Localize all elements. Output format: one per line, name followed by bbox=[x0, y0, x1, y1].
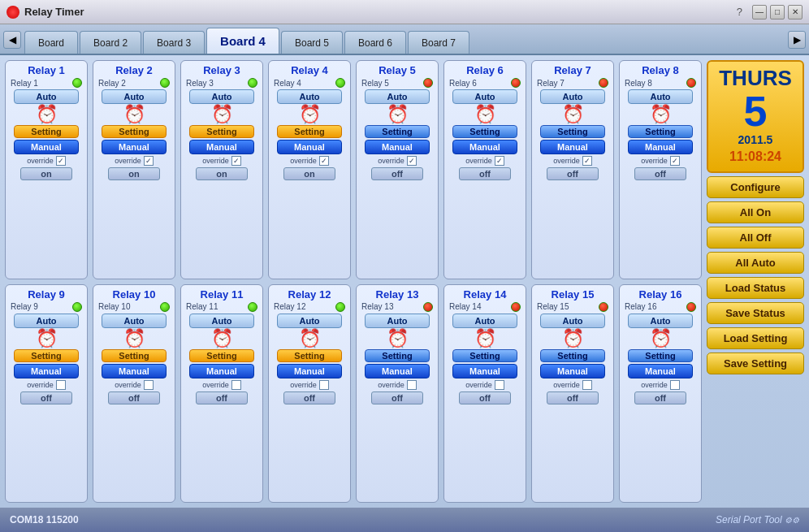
relay-10-label-row: Relay 10 bbox=[97, 302, 171, 312]
relay-10-auto-button[interactable]: Auto bbox=[102, 314, 167, 328]
relay-11-manual-button[interactable]: Manual bbox=[189, 364, 255, 378]
relay-14-auto-button[interactable]: Auto bbox=[452, 314, 518, 328]
relay-9-override-checkbox[interactable] bbox=[56, 380, 66, 390]
relay-5-setting-button[interactable]: Setting bbox=[365, 125, 430, 138]
tab-board-2[interactable]: Board 2 bbox=[80, 31, 141, 54]
relay-7-auto-button[interactable]: Auto bbox=[540, 89, 606, 104]
save-status-button[interactable]: Save Status bbox=[707, 302, 804, 324]
minimize-button[interactable]: — bbox=[752, 5, 767, 19]
relay-2-manual-button[interactable]: Manual bbox=[102, 140, 167, 154]
relay-2-indicator bbox=[160, 78, 170, 88]
relay-9-setting-button[interactable]: Setting bbox=[14, 349, 80, 362]
tab-board-5[interactable]: Board 5 bbox=[281, 31, 343, 54]
tab-board-1[interactable]: Board bbox=[24, 31, 78, 54]
relay-4-state: on bbox=[283, 167, 335, 180]
relay-7-manual-button[interactable]: Manual bbox=[540, 140, 606, 154]
help-button[interactable]: ? bbox=[737, 6, 742, 18]
relay-5-override-checkbox[interactable] bbox=[407, 156, 417, 166]
relay-6-override-checkbox[interactable] bbox=[495, 156, 504, 166]
tab-bar: ◀ BoardBoard 2Board 3Board 4Board 5Board… bbox=[0, 24, 809, 55]
relay-3-override-checkbox[interactable] bbox=[231, 156, 241, 166]
configure-button[interactable]: Configure bbox=[707, 176, 804, 198]
relay-13-auto-button[interactable]: Auto bbox=[365, 314, 430, 328]
relay-9-override-label: override bbox=[27, 381, 54, 389]
relay-12-setting-button[interactable]: Setting bbox=[277, 349, 343, 362]
tab-board-3[interactable]: Board 3 bbox=[143, 31, 205, 54]
relay-4-setting-button[interactable]: Setting bbox=[277, 125, 343, 138]
relay-15-state: off bbox=[547, 391, 599, 404]
relay-10-manual-button[interactable]: Manual bbox=[102, 364, 167, 378]
relay-5-manual-button[interactable]: Manual bbox=[365, 140, 430, 154]
relay-5-auto-button[interactable]: Auto bbox=[365, 89, 430, 104]
tab-prev-button[interactable]: ◀ bbox=[3, 31, 21, 49]
relay-15-title: Relay 15 bbox=[535, 288, 610, 301]
close-button[interactable]: ✕ bbox=[788, 5, 803, 19]
relay-16-auto-button[interactable]: Auto bbox=[628, 314, 694, 328]
relay-8-auto-button[interactable]: Auto bbox=[628, 89, 694, 104]
relay-11-auto-button[interactable]: Auto bbox=[189, 314, 255, 328]
relay-1-manual-button[interactable]: Manual bbox=[14, 140, 80, 154]
all-auto-button[interactable]: All Auto bbox=[707, 252, 804, 274]
relay-8-override-checkbox[interactable] bbox=[670, 156, 680, 166]
relay-4-override-checkbox[interactable] bbox=[319, 156, 329, 166]
load-status-button[interactable]: Load Status bbox=[707, 277, 804, 299]
relay-14-manual-button[interactable]: Manual bbox=[452, 364, 518, 378]
relay-7-setting-button[interactable]: Setting bbox=[540, 125, 606, 138]
tab-board-7[interactable]: Board 7 bbox=[408, 31, 469, 54]
relay-card-10: Relay 10Relay 10Auto⏰SettingManualoverri… bbox=[93, 284, 175, 504]
relay-8-manual-button[interactable]: Manual bbox=[628, 140, 694, 154]
relay-9-auto-button[interactable]: Auto bbox=[14, 314, 80, 328]
relay-1-override-checkbox[interactable] bbox=[56, 156, 66, 166]
relay-6-manual-button[interactable]: Manual bbox=[452, 140, 518, 154]
relay-9-manual-button[interactable]: Manual bbox=[14, 364, 80, 378]
relay-12-override-checkbox[interactable] bbox=[319, 380, 329, 390]
relay-15-auto-button[interactable]: Auto bbox=[540, 314, 606, 328]
all-on-button[interactable]: All On bbox=[707, 201, 804, 223]
relay-5-label-row: Relay 5 bbox=[360, 78, 435, 88]
relay-3-manual-button[interactable]: Manual bbox=[189, 140, 255, 154]
save-setting-button[interactable]: Save Setting bbox=[707, 353, 804, 374]
maximize-button[interactable]: □ bbox=[770, 5, 785, 19]
relay-6-setting-button[interactable]: Setting bbox=[452, 125, 518, 138]
all-off-button[interactable]: All Off bbox=[707, 227, 804, 249]
tab-board-4[interactable]: Board 4 bbox=[206, 28, 279, 54]
relay-card-8: Relay 8Relay 8Auto⏰SettingManualoverride… bbox=[619, 60, 702, 279]
relay-6-auto-button[interactable]: Auto bbox=[452, 89, 518, 104]
load-setting-button[interactable]: Load Setting bbox=[707, 327, 804, 349]
relay-15-manual-button[interactable]: Manual bbox=[540, 364, 606, 378]
relay-16-override-checkbox[interactable] bbox=[670, 380, 680, 390]
relay-4-auto-button[interactable]: Auto bbox=[277, 89, 343, 104]
relay-15-override-checkbox[interactable] bbox=[582, 380, 592, 390]
relay-13-label-row: Relay 13 bbox=[360, 302, 435, 312]
relay-16-setting-button[interactable]: Setting bbox=[628, 349, 694, 362]
relay-3-setting-button[interactable]: Setting bbox=[189, 125, 255, 138]
relay-1-setting-button[interactable]: Setting bbox=[14, 125, 80, 138]
relay-1-auto-button[interactable]: Auto bbox=[14, 89, 80, 104]
relay-7-override-checkbox[interactable] bbox=[582, 156, 592, 166]
relay-11-setting-button[interactable]: Setting bbox=[189, 349, 255, 362]
relay-13-override-checkbox[interactable] bbox=[407, 380, 417, 390]
relay-10-override-checkbox[interactable] bbox=[144, 380, 154, 390]
relay-2-auto-button[interactable]: Auto bbox=[102, 89, 167, 104]
relay-8-label-row: Relay 8 bbox=[623, 78, 698, 88]
relay-13-setting-button[interactable]: Setting bbox=[365, 349, 430, 362]
relay-8-setting-button[interactable]: Setting bbox=[628, 125, 694, 138]
relay-13-manual-button[interactable]: Manual bbox=[365, 364, 430, 378]
relay-3-auto-button[interactable]: Auto bbox=[189, 89, 255, 104]
relay-16-manual-button[interactable]: Manual bbox=[628, 364, 694, 378]
relay-14-override-checkbox[interactable] bbox=[495, 380, 504, 390]
tab-next-button[interactable]: ▶ bbox=[788, 31, 806, 49]
tab-board-6[interactable]: Board 6 bbox=[344, 31, 406, 54]
relay-4-manual-button[interactable]: Manual bbox=[277, 140, 343, 154]
relay-10-setting-button[interactable]: Setting bbox=[102, 349, 167, 362]
relay-12-auto-button[interactable]: Auto bbox=[277, 314, 343, 328]
relay-4-indicator bbox=[335, 78, 345, 88]
relay-2-setting-button[interactable]: Setting bbox=[102, 125, 167, 138]
relay-2-title: Relay 2 bbox=[97, 64, 171, 76]
relay-11-override-checkbox[interactable] bbox=[231, 380, 241, 390]
relay-12-manual-button[interactable]: Manual bbox=[277, 364, 343, 378]
relay-15-indicator bbox=[599, 302, 608, 312]
relay-2-override-checkbox[interactable] bbox=[144, 156, 154, 166]
relay-14-setting-button[interactable]: Setting bbox=[452, 349, 518, 362]
relay-15-setting-button[interactable]: Setting bbox=[540, 349, 606, 362]
